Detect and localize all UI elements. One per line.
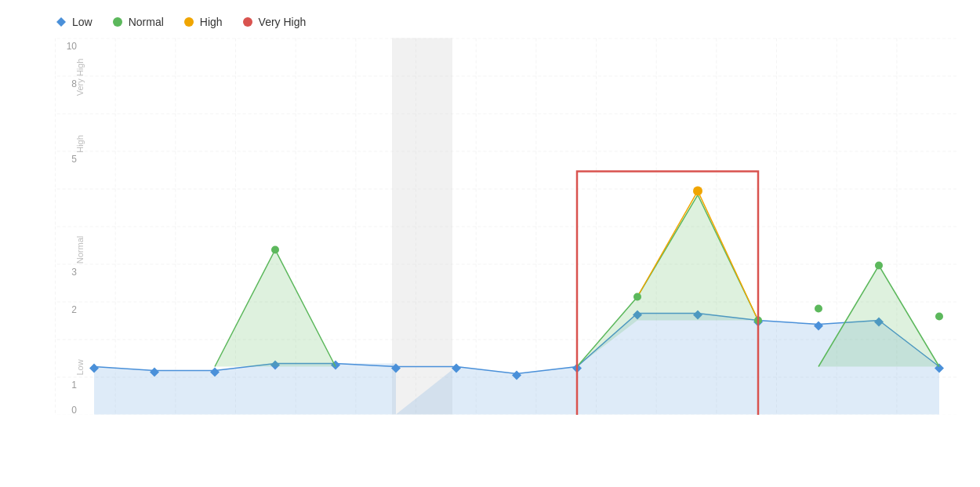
legend-low-label: Low [72, 16, 93, 28]
chart-area: 10 8 5 3 2 1 0 Very High High Normal Low [55, 38, 956, 415]
legend-low: Low [55, 16, 93, 28]
svg-point-1 [113, 17, 122, 27]
y-band-low: Low [75, 359, 85, 375]
high-icon [183, 16, 195, 28]
y-label-2: 2 [71, 304, 77, 315]
main-svg: 10 8 5 3 2 1 0 Very High High Normal Low [55, 38, 956, 415]
dot-normal-aug28 [633, 293, 641, 301]
y-label-3: 3 [71, 267, 77, 278]
y-label-1: 1 [71, 380, 77, 391]
dot-normal-sep05 [875, 262, 883, 270]
normal-icon [111, 16, 124, 28]
svg-point-3 [243, 17, 252, 27]
y-label-5: 5 [71, 154, 77, 165]
legend-normal-label: Normal [129, 16, 164, 28]
svg-marker-0 [56, 17, 66, 27]
very-high-icon [241, 16, 254, 28]
dot-high-aug30 [693, 187, 702, 196]
dot-normal-sep03 [815, 305, 822, 313]
y-band-normal: Normal [75, 236, 85, 263]
legend-high: High [183, 16, 223, 28]
dot-normal-aug18 [271, 246, 279, 254]
legend-high-label: High [200, 16, 223, 28]
y-label-0: 0 [71, 405, 77, 416]
legend: Low Normal High Very High [55, 16, 956, 28]
gray-highlight [392, 38, 452, 415]
dot-normal-sep07 [935, 313, 943, 321]
chart-container: Low Normal High Very High [0, 0, 980, 487]
legend-very-high-label: Very High [259, 16, 307, 28]
legend-very-high: Very High [241, 16, 307, 28]
y-label-10: 10 [67, 41, 78, 52]
legend-normal: Normal [111, 16, 164, 28]
low-icon [55, 16, 67, 28]
svg-point-2 [184, 17, 194, 27]
y-band-veryhigh: Very High [75, 59, 85, 96]
y-band-high: High [75, 135, 85, 153]
